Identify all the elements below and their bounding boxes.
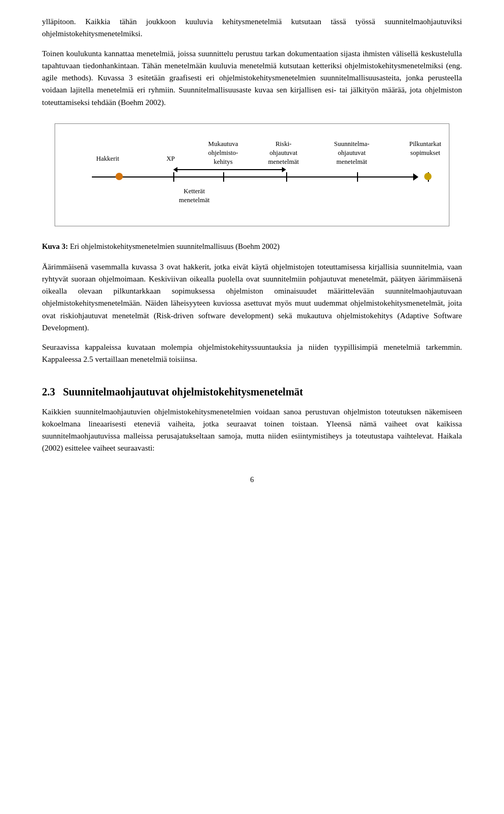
arrow-line [177, 169, 282, 170]
caption-text: Eri ohjelmistokehitysmenetelmien suunnit… [70, 242, 280, 251]
page-content: ylläpitoon. Kaikkia tähän joukkoon kuulu… [42, 16, 462, 484]
paragraph-5: Kaikkien suunnitelmaohjautuvien ohjelmis… [42, 406, 462, 455]
label-xp: XP [160, 154, 181, 163]
tick-mukautuva [223, 172, 224, 182]
paragraph-3: Äärimmäisenä vasemmalla kuvassa 3 ovat h… [42, 261, 462, 335]
section-heading-2-3: 2.3 Suunnitelmaohjautuvat ohjelmistokehi… [42, 385, 462, 399]
paragraph-4: Seuraavissa kappaleissa kuvataan molempi… [42, 341, 462, 366]
figure-caption: Kuva 3: Eri ohjelmistokehitysmenetelmien… [42, 241, 462, 253]
paragraph-1: ylläpitoon. Kaikkia tähän joukkoon kuulu… [42, 16, 462, 40]
axis-arrow [413, 173, 418, 181]
section-title [58, 386, 60, 398]
caption-bold: Kuva 3: [42, 242, 68, 251]
arrow-head-right [282, 167, 286, 172]
paragraph-2: Toinen koulukunta kannattaa menetelmiä, … [42, 48, 462, 109]
dot-hakkerit [116, 173, 123, 180]
label-hakkerit: Hakkerit [92, 154, 123, 163]
arrow-head-left [173, 167, 177, 172]
figure-inner: Hakkerit XP Mukautuvaohjelmisto-kehitys … [60, 134, 444, 218]
section-number: 2.3 [42, 386, 55, 398]
label-mukautuva: Mukautuvaohjelmisto-kehitys [202, 140, 244, 166]
tick-xp [173, 172, 174, 182]
page-number: 6 [42, 476, 462, 484]
axis-line [92, 176, 417, 178]
section-title-text: Suunnitelmaohjautuvat ohjelmistokehitysm… [63, 386, 303, 398]
label-pilkuntarkat: Pilkuntarkatsopimukset [404, 140, 446, 158]
tick-riski [286, 172, 287, 182]
double-arrow [173, 167, 286, 172]
label-suunnitelma: Suunnitelma-ohjautuvatmenetelmät [328, 140, 375, 166]
label-riski: Riski-ohjautuvatmenetelmät [262, 140, 304, 166]
figure-3: Hakkerit XP Mukautuvaohjelmisto-kehitys … [55, 123, 449, 226]
dot-pilkuntarkat [424, 173, 432, 180]
tick-suunnitelma [357, 172, 358, 182]
label-ketterät: Ketterätmenetelmät [173, 187, 215, 205]
